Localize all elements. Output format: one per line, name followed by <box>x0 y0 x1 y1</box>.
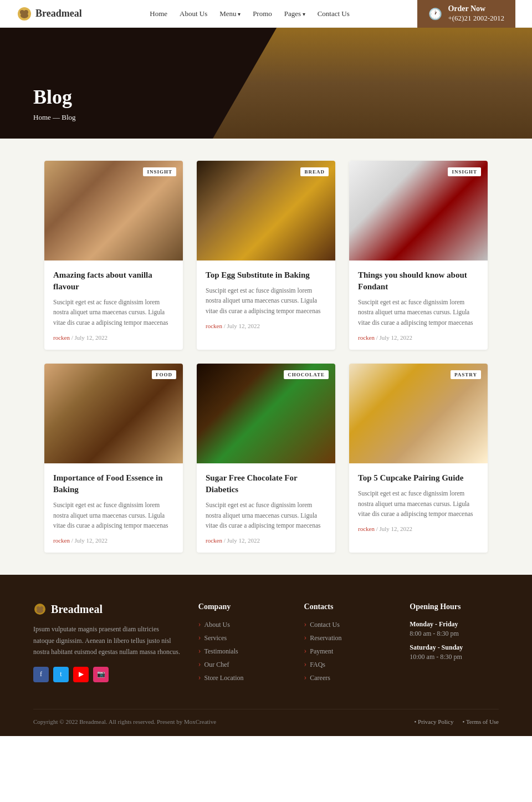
clock-icon: 🕐 <box>428 7 442 21</box>
footer-bottom: Copyright © 2022 Breadmeal. All rights r… <box>33 709 499 725</box>
opening-day: Monday - Friday <box>410 620 499 629</box>
contacts-list-item[interactable]: FAQs <box>304 660 393 669</box>
hero-banner: Blog Home — Blog <box>0 28 532 139</box>
company-list-item[interactable]: Services <box>198 634 288 642</box>
nav-menu[interactable]: Menu <box>219 9 241 18</box>
card-description: Suscipit eget est ac fusce dignissim lor… <box>206 285 326 316</box>
company-list-item[interactable]: Testimonials <box>198 647 288 656</box>
card-meta: rocken / July 12, 2022 <box>53 334 174 341</box>
opening-hours-row: Saturday - Sunday10:00 am - 8:30 pm <box>410 643 499 661</box>
card-description: Suscipit eget est ac fusce dignissim lor… <box>358 297 479 328</box>
hero-content: Blog Home — Blog <box>0 69 109 139</box>
navbar: Breadmeal Home About Us Menu Promo Pages… <box>0 0 532 28</box>
blog-grid: INSIGHT Amazing facts about vanilla flav… <box>44 161 488 553</box>
opening-time: 10:00 am - 8:30 pm <box>410 653 499 661</box>
contacts-list: Contact UsReservationPaymentFAQsCareers <box>304 620 393 682</box>
breadcrumb: Home — Blog <box>33 113 76 122</box>
card-badge: CHOCOLATE <box>284 370 329 379</box>
card-meta: rocken / July 12, 2022 <box>358 525 479 532</box>
footer-company: Company About UsServicesTestimonialsOur … <box>198 602 288 687</box>
blog-card[interactable]: FOOD Importance of Food Essence in Bakin… <box>44 364 183 553</box>
footer-logo: Breadmeal <box>33 602 182 616</box>
card-badge: BREAD <box>300 167 329 176</box>
contacts-list-item[interactable]: Careers <box>304 673 393 682</box>
card-badge: FOOD <box>152 370 176 379</box>
card-description: Suscipit eget est ac fusce dignissim lor… <box>53 500 174 530</box>
contacts-heading: Contacts <box>304 602 393 611</box>
logo-icon <box>17 6 32 22</box>
opening-hours-row: Monday - Friday8:00 am - 8:30 pm <box>410 620 499 638</box>
footer-description: Ipsum vulputate magnis praesent diam ult… <box>33 624 182 657</box>
card-meta: rocken / July 12, 2022 <box>358 334 479 341</box>
card-image: INSIGHT <box>44 161 183 260</box>
nav-home[interactable]: Home <box>150 9 167 18</box>
breadcrumb-separator: — <box>53 113 60 121</box>
card-meta: rocken / July 12, 2022 <box>206 537 326 544</box>
card-title: Top 5 Cupcake Pairing Guide <box>358 472 479 484</box>
main-content: INSIGHT Amazing facts about vanilla flav… <box>0 139 532 575</box>
footer-top: Breadmeal Ipsum vulputate magnis praesen… <box>33 602 499 687</box>
card-title: Top Egg Substitute in Baking <box>206 269 326 281</box>
footer-legal-link[interactable]: Terms of Use <box>462 718 499 725</box>
footer-logo-icon <box>33 602 47 616</box>
company-list-item[interactable]: About Us <box>198 620 288 629</box>
card-body: Top 5 Cupcake Pairing Guide Suscipit ege… <box>349 463 488 541</box>
youtube-button[interactable]: ▶ <box>73 667 89 682</box>
svg-point-7 <box>37 609 43 613</box>
card-description: Suscipit eget est ac fusce dignissim lor… <box>358 488 479 519</box>
footer-legal-link[interactable]: Privacy Policy <box>414 718 453 725</box>
opening-day: Saturday - Sunday <box>410 643 499 652</box>
nav-pages[interactable]: Pages <box>284 9 305 18</box>
nav-about[interactable]: About Us <box>180 9 207 18</box>
footer: Breadmeal Ipsum vulputate magnis praesen… <box>0 575 532 736</box>
company-list-item[interactable]: Our Chef <box>198 660 288 669</box>
card-body: Top Egg Substitute in Baking Suscipit eg… <box>197 260 335 338</box>
nav-links: Home About Us Menu Promo Pages Contact U… <box>150 9 349 18</box>
card-badge: PASTRY <box>451 370 481 379</box>
opening-time: 8:00 am - 8:30 pm <box>410 630 499 638</box>
footer-social: f t ▶ 📷 <box>33 667 182 682</box>
blog-card[interactable]: BREAD Top Egg Substitute in Baking Susci… <box>197 161 335 350</box>
instagram-button[interactable]: 📷 <box>93 667 109 682</box>
company-list-item[interactable]: Store Location <box>198 673 288 682</box>
card-description: Suscipit eget est ac fusce dignissim lor… <box>53 297 174 328</box>
nav-logo[interactable]: Breadmeal <box>17 6 82 22</box>
card-meta: rocken / July 12, 2022 <box>206 323 326 329</box>
card-title: Sugar Free Chocolate For Diabetics <box>206 472 326 495</box>
footer-legal-links: Privacy PolicyTerms of Use <box>414 718 499 725</box>
opening-heading: Opening Hours <box>410 602 499 611</box>
order-text: Order Now +(62)21 2002-2012 <box>448 4 504 23</box>
card-title: Amazing facts about vanilla flavour <box>53 269 174 293</box>
order-button[interactable]: 🕐 Order Now +(62)21 2002-2012 <box>417 0 515 28</box>
company-heading: Company <box>198 602 288 611</box>
breadcrumb-home[interactable]: Home <box>33 113 51 121</box>
card-description: Suscipit eget est ac fusce dignissim lor… <box>206 500 326 530</box>
card-title: Importance of Food Essence in Baking <box>53 472 174 495</box>
breadcrumb-current: Blog <box>62 113 75 121</box>
contacts-list-item[interactable]: Reservation <box>304 634 393 642</box>
card-title: Things you should know about Fondant <box>358 269 479 293</box>
twitter-button[interactable]: t <box>53 667 69 682</box>
nav-promo[interactable]: Promo <box>253 9 272 18</box>
footer-contacts: Contacts Contact UsReservationPaymentFAQ… <box>304 602 393 687</box>
blog-card[interactable]: CHOCOLATE Sugar Free Chocolate For Diabe… <box>197 364 335 553</box>
page-title: Blog <box>33 85 76 109</box>
nav-contact[interactable]: Contact Us <box>318 9 350 18</box>
card-body: Importance of Food Essence in Baking Sus… <box>44 463 183 553</box>
facebook-button[interactable]: f <box>33 667 49 682</box>
card-image: FOOD <box>44 364 183 463</box>
nav-logo-text: Breadmeal <box>35 8 82 19</box>
blog-card[interactable]: INSIGHT Amazing facts about vanilla flav… <box>44 161 183 350</box>
card-meta: rocken / July 12, 2022 <box>53 537 174 544</box>
footer-brand: Breadmeal Ipsum vulputate magnis praesen… <box>33 602 182 687</box>
opening-rows: Monday - Friday8:00 am - 8:30 pmSaturday… <box>410 620 499 661</box>
blog-card[interactable]: INSIGHT Things you should know about Fon… <box>349 161 488 350</box>
card-image: INSIGHT <box>349 161 488 260</box>
card-body: Amazing facts about vanilla flavour Susc… <box>44 260 183 350</box>
card-image: BREAD <box>197 161 335 260</box>
card-image: PASTRY <box>349 364 488 463</box>
contacts-list-item[interactable]: Contact Us <box>304 620 393 629</box>
contacts-list-item[interactable]: Payment <box>304 647 393 656</box>
blog-card[interactable]: PASTRY Top 5 Cupcake Pairing Guide Susci… <box>349 364 488 553</box>
card-body: Sugar Free Chocolate For Diabetics Susci… <box>197 463 335 553</box>
